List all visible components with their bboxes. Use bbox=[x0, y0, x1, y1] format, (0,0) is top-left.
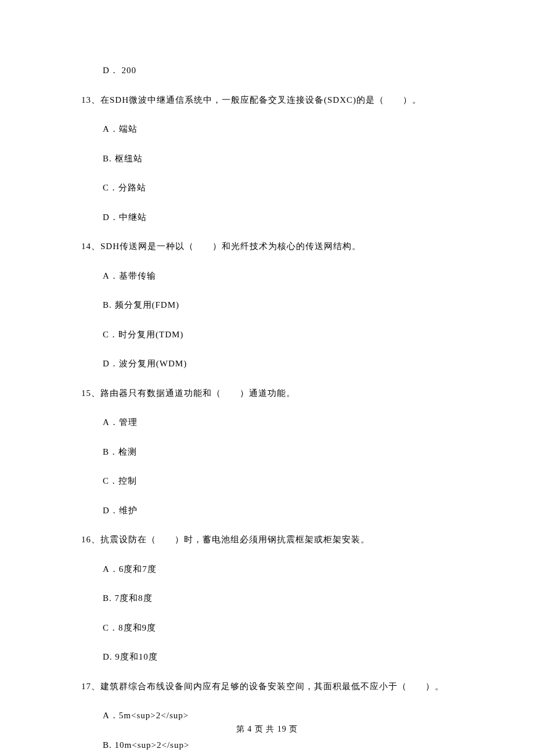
option-row: C．时分复用(TDM) bbox=[81, 328, 459, 341]
option-row: D．波分复用(WDM) bbox=[81, 357, 459, 370]
option-row: D. 9度和10度 bbox=[81, 650, 459, 664]
question-text: 路由器只有数据通道功能和（ ）通道功能。 bbox=[100, 388, 295, 398]
option-letter: C． bbox=[103, 330, 118, 339]
option-text: 管理 bbox=[119, 417, 138, 427]
option-letter: C． bbox=[103, 476, 118, 485]
option-letter: D． bbox=[103, 66, 119, 75]
option-row: A．5m<sup>2</sup> bbox=[81, 709, 459, 722]
option-text: 分路站 bbox=[118, 183, 146, 192]
option-letter: A． bbox=[103, 271, 119, 280]
option-row: D． 200 bbox=[81, 64, 459, 77]
option-letter: D． bbox=[103, 359, 119, 368]
option-letter: C． bbox=[103, 623, 118, 632]
question-text: 建筑群综合布线设备间内应有足够的设备安装空间，其面积最低不应小于（ ）。 bbox=[100, 682, 444, 691]
option-letter: D. bbox=[103, 652, 113, 661]
option-row: C．8度和9度 bbox=[81, 621, 459, 635]
option-letter: D． bbox=[103, 213, 119, 222]
question-text: 在SDH微波中继通信系统中，一般应配备交叉连接设备(SDXC)的是（ ）。 bbox=[100, 95, 421, 105]
option-row: A．基带传输 bbox=[81, 269, 459, 283]
question-number: 14、 bbox=[81, 242, 100, 251]
option-row: B. 7度和8度 bbox=[81, 592, 459, 605]
option-text: 枢纽站 bbox=[112, 154, 143, 163]
option-text: 检测 bbox=[118, 447, 137, 456]
option-letter: B. bbox=[103, 740, 112, 750]
option-text: 端站 bbox=[119, 124, 138, 134]
option-text: 10m<sup>2</sup> bbox=[112, 740, 190, 750]
page-footer: 第 4 页 共 19 页 bbox=[0, 723, 534, 735]
question-number: 17、 bbox=[81, 682, 100, 691]
option-letter: B. bbox=[103, 154, 112, 163]
question-stem: 17、建筑群综合布线设备间内应有足够的设备安装空间，其面积最低不应小于（ ）。 bbox=[81, 680, 459, 693]
option-text: 7度和8度 bbox=[112, 593, 153, 603]
option-row: C．控制 bbox=[81, 474, 459, 488]
question-text: 抗震设防在（ ）时，蓄电池组必须用钢抗震框架或柜架安装。 bbox=[100, 535, 370, 544]
option-row: B. 10m<sup>2</sup> bbox=[81, 739, 459, 752]
option-text: 6度和7度 bbox=[119, 564, 157, 574]
question-stem: 15、路由器只有数据通道功能和（ ）通道功能。 bbox=[81, 387, 459, 400]
option-letter: A． bbox=[103, 564, 119, 574]
question-number: 13、 bbox=[81, 95, 100, 105]
option-text: 中继站 bbox=[119, 213, 147, 222]
option-text: 时分复用(TDM) bbox=[118, 330, 183, 339]
question-number: 15、 bbox=[81, 388, 100, 398]
option-row: B．检测 bbox=[81, 445, 459, 459]
option-letter: B. bbox=[103, 593, 112, 603]
option-letter: A． bbox=[103, 417, 119, 427]
option-row: A．6度和7度 bbox=[81, 563, 459, 576]
option-letter: D． bbox=[103, 506, 119, 515]
question-stem: 13、在SDH微波中继通信系统中，一般应配备交叉连接设备(SDXC)的是（ ）。 bbox=[81, 93, 459, 107]
option-row: B. 枢纽站 bbox=[81, 152, 459, 165]
option-row: D．中继站 bbox=[81, 211, 459, 224]
option-text: 控制 bbox=[118, 476, 137, 485]
option-text: 波分复用(WDM) bbox=[119, 359, 187, 368]
question-number: 16、 bbox=[81, 535, 100, 544]
option-letter: B． bbox=[103, 447, 118, 456]
option-row: B. 频分复用(FDM) bbox=[81, 298, 459, 312]
option-text: 9度和10度 bbox=[113, 652, 158, 661]
question-stem: 14、SDH传送网是一种以（ ）和光纤技术为核心的传送网结构。 bbox=[81, 240, 459, 253]
option-text: 频分复用(FDM) bbox=[112, 300, 179, 309]
option-row: D．维护 bbox=[81, 504, 459, 517]
option-letter: A． bbox=[103, 711, 119, 720]
option-letter: B. bbox=[103, 300, 112, 309]
question-text: SDH传送网是一种以（ ）和光纤技术为核心的传送网结构。 bbox=[100, 242, 361, 251]
option-text: 8度和9度 bbox=[118, 623, 156, 632]
option-row: A．管理 bbox=[81, 416, 459, 429]
option-text: 基带传输 bbox=[119, 271, 156, 280]
option-letter: A． bbox=[103, 124, 119, 134]
option-text: 维护 bbox=[119, 506, 138, 515]
option-row: A．端站 bbox=[81, 123, 459, 136]
document-page: D． 200 13、在SDH微波中继通信系统中，一般应配备交叉连接设备(SDXC… bbox=[0, 0, 534, 756]
option-text: 200 bbox=[122, 66, 137, 75]
question-stem: 16、抗震设防在（ ）时，蓄电池组必须用钢抗震框架或柜架安装。 bbox=[81, 533, 459, 546]
option-text: 5m<sup>2</sup> bbox=[119, 711, 189, 720]
option-letter: C． bbox=[103, 183, 118, 192]
option-row: C．分路站 bbox=[81, 181, 459, 195]
